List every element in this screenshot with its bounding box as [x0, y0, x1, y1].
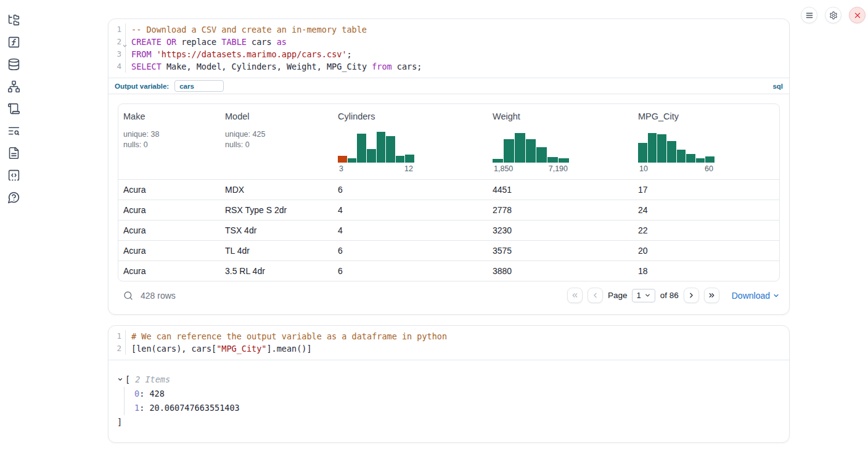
chevron-down-icon — [772, 292, 780, 299]
table-row[interactable]: Acura MDX 6 4451 17 — [118, 179, 779, 200]
code-line: 1 # We can reference the output variable… — [108, 330, 789, 342]
logs-search-icon[interactable] — [7, 124, 20, 137]
python-output: [ 2 Items 0: 428 1: 20.060747663551403 ] — [108, 360, 789, 442]
entry-value: 428 — [149, 389, 164, 398]
sql-keyword: TABLE — [221, 37, 247, 47]
table-row[interactable]: Acura RSX Type S 2dr 4 2778 24 — [118, 200, 779, 220]
column-header-model[interactable]: Model unique: 425 nulls: 0 — [220, 111, 333, 179]
code-line: 2 [len(cars), cars["MPG_City"].mean()] — [108, 342, 789, 355]
cell-cylinders: 4 — [333, 225, 488, 235]
column-header-weight[interactable]: Weight 1,8507,190 — [488, 111, 633, 179]
python-string: "MPG_City" — [216, 344, 266, 354]
output-variable-input[interactable] — [174, 80, 224, 92]
sql-text: replace — [176, 37, 221, 47]
table-row[interactable]: Acura TSX 4dr 4 3230 22 — [118, 220, 779, 240]
chevron-left-icon — [591, 291, 599, 299]
language-badge: sql — [772, 83, 783, 90]
close-bracket: ] — [117, 416, 780, 427]
line-number: 1 — [108, 330, 126, 342]
scroll-icon[interactable] — [7, 102, 20, 115]
settings-button[interactable] — [825, 7, 841, 23]
entry-separator: : — [139, 389, 149, 398]
cell-mpg-city: 20 — [633, 246, 779, 256]
page-select[interactable]: 1 — [632, 289, 655, 302]
snippets-icon[interactable] — [7, 168, 20, 182]
search-icon[interactable] — [123, 291, 133, 301]
close-icon — [853, 11, 862, 20]
database-icon[interactable] — [7, 57, 20, 71]
sql-code-editor[interactable]: 1 -- Download a CSV and create an in-mem… — [108, 19, 789, 78]
sql-string: 'https://datasets.marimo.app/cars.csv' — [157, 49, 347, 59]
cylinders-histogram[interactable]: 312 — [338, 132, 414, 173]
row-count: 428 rows — [141, 291, 176, 301]
output-variable-label: Output variable: — [115, 83, 169, 90]
column-title: MPG_City — [638, 111, 774, 121]
column-nulls-stat: nulls: 0 — [225, 140, 328, 150]
column-title: Weight — [493, 111, 628, 121]
file-tree-icon[interactable] — [7, 13, 20, 26]
tree-collapse-chevron-icon[interactable] — [117, 376, 123, 382]
table-row[interactable]: Acura TL 4dr 6 3575 20 — [118, 240, 779, 261]
code-line: 2 CREATE OR replace TABLE cars as — [108, 36, 789, 48]
python-code-editor[interactable]: 1 # We can reference the output variable… — [108, 326, 789, 360]
cell-mpg-city: 22 — [633, 225, 779, 235]
function-square-icon[interactable] — [7, 35, 20, 49]
cell-cylinders: 6 — [333, 185, 488, 195]
cell-cylinders: 4 — [333, 205, 488, 215]
cell-weight: 3575 — [488, 246, 633, 256]
page-total-label: of 86 — [660, 291, 679, 300]
chevrons-left-icon — [571, 291, 579, 299]
line-number: 2 — [108, 36, 126, 48]
cell-make: Acura — [118, 266, 220, 276]
cell-model: TL 4dr — [220, 246, 333, 256]
help-icon[interactable] — [7, 190, 20, 204]
cell-make: Acura — [118, 225, 220, 235]
close-button[interactable] — [849, 7, 866, 23]
gear-icon — [829, 11, 838, 20]
column-header-cylinders[interactable]: Cylinders 312 — [333, 111, 488, 179]
table-row[interactable]: Acura 3.5 RL 4dr 6 3880 18 — [118, 261, 779, 281]
last-page-button[interactable] — [704, 288, 719, 303]
chevron-right-icon — [687, 291, 695, 299]
column-header-mpg-city[interactable]: MPG_City 1060 — [633, 111, 779, 179]
weight-histogram[interactable]: 1,8507,190 — [493, 132, 569, 173]
chevrons-right-icon — [708, 291, 716, 299]
prev-page-button[interactable] — [588, 288, 603, 303]
line-number: 2 — [108, 342, 126, 355]
line-number: 1 — [108, 23, 126, 36]
column-header-make[interactable]: Make unique: 38 nulls: 0 — [118, 111, 220, 179]
sql-keyword: as — [277, 37, 287, 47]
entry-separator: : — [139, 403, 149, 413]
code-line: 1 -- Download a CSV and create an in-mem… — [108, 23, 789, 36]
entry-value: 20.060747663551403 — [149, 403, 239, 413]
axis-min-label: 3 — [339, 164, 343, 173]
cell-model: TSX 4dr — [220, 225, 333, 235]
data-table: Make unique: 38 nulls: 0 Model unique: 4… — [118, 103, 780, 281]
sql-comment: -- Download a CSV and create an in-memor… — [131, 25, 367, 34]
mpg-city-histogram[interactable]: 1060 — [638, 132, 714, 173]
column-title: Make — [123, 111, 215, 121]
python-text: [len(cars), cars[ — [131, 344, 216, 354]
cell-model: MDX — [220, 185, 333, 195]
output-variable-row: Output variable: sql — [108, 78, 789, 94]
dependency-graph-icon[interactable] — [7, 79, 20, 93]
menu-button[interactable] — [801, 7, 817, 23]
next-page-button[interactable] — [684, 288, 699, 303]
document-icon[interactable] — [7, 146, 20, 160]
download-button[interactable]: Download — [732, 291, 780, 301]
sql-keyword: from — [372, 62, 392, 71]
items-count-label: 2 Items — [135, 374, 170, 385]
download-label: Download — [732, 291, 770, 301]
first-page-button[interactable] — [567, 288, 583, 303]
window-controls — [801, 7, 866, 23]
cell-weight: 3880 — [488, 266, 633, 276]
cell-weight: 3230 — [488, 225, 633, 235]
notebook-area: 1 -- Download a CSV and create an in-mem… — [108, 18, 790, 443]
axis-min-label: 10 — [639, 164, 648, 173]
cell-model: RSX Type S 2dr — [220, 205, 333, 215]
column-nulls-stat: nulls: 0 — [123, 140, 215, 150]
sql-keyword: CREATE OR — [131, 37, 176, 47]
cell-make: Acura — [118, 205, 220, 215]
tree-root-row: [ 2 Items — [117, 374, 780, 385]
code-line: 4 SELECT Make, Model, Cylinders, Weight,… — [108, 60, 789, 73]
